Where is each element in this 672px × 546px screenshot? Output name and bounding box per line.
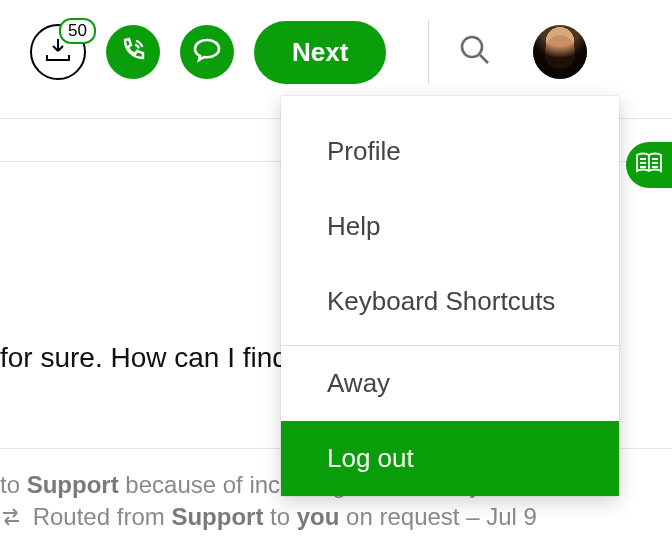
inbox-button[interactable]: 50 bbox=[30, 24, 86, 80]
menu-item-away[interactable]: Away bbox=[281, 346, 619, 421]
phone-icon bbox=[119, 36, 147, 68]
knowledge-base-tab[interactable] bbox=[626, 142, 672, 188]
topbar-divider bbox=[428, 20, 429, 84]
search-button[interactable] bbox=[455, 32, 495, 72]
speech-bubble-icon bbox=[192, 36, 222, 68]
routing-line-2: Routed from Support to you on request – … bbox=[0, 503, 672, 533]
chat-button[interactable] bbox=[180, 25, 234, 79]
user-avatar[interactable] bbox=[533, 25, 587, 79]
menu-item-profile[interactable]: Profile bbox=[281, 114, 619, 189]
svg-point-0 bbox=[462, 37, 482, 57]
search-icon bbox=[458, 33, 492, 71]
menu-item-logout[interactable]: Log out bbox=[281, 421, 619, 496]
book-icon bbox=[635, 151, 663, 179]
chat-message-text: for sure. How can I find bbox=[0, 342, 288, 374]
inbox-count-badge: 50 bbox=[59, 18, 96, 44]
call-button[interactable] bbox=[106, 25, 160, 79]
next-button[interactable]: Next bbox=[254, 21, 386, 84]
menu-item-shortcuts[interactable]: Keyboard Shortcuts bbox=[281, 264, 619, 339]
top-bar: 50 Next bbox=[0, 0, 672, 104]
menu-item-help[interactable]: Help bbox=[281, 189, 619, 264]
user-menu: Profile Help Keyboard Shortcuts Away Log… bbox=[281, 96, 619, 496]
route-arrows-icon bbox=[0, 505, 22, 533]
